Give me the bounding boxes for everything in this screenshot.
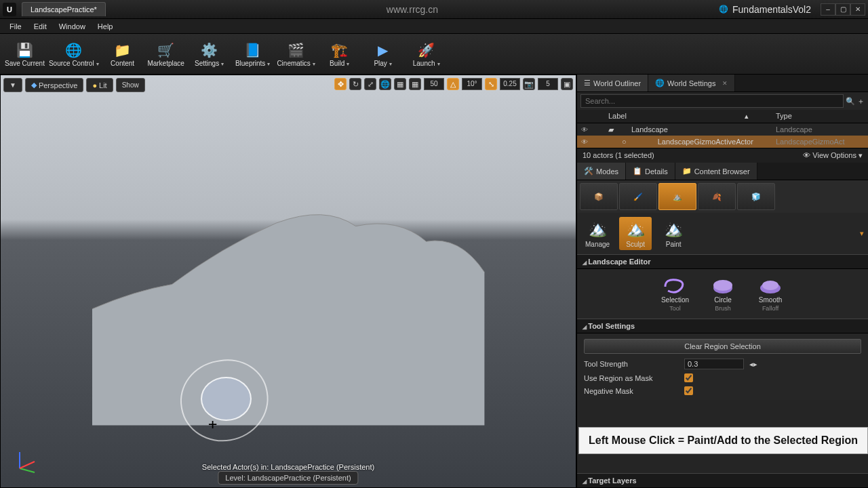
settings-button[interactable]: ⚙️Settings bbox=[189, 36, 230, 73]
mode-landscape[interactable]: ⛰️ bbox=[658, 183, 696, 210]
globe-icon: 🌐 bbox=[719, 5, 728, 14]
negative-mask-checkbox[interactable] bbox=[684, 386, 693, 395]
title-center-text: www.rrcg.cn bbox=[106, 4, 719, 15]
subtab-sculpt[interactable]: 🏔️Sculpt bbox=[619, 217, 652, 250]
content-button[interactable]: 📁Content bbox=[102, 36, 143, 73]
search-icon[interactable]: 🔍 bbox=[846, 97, 855, 106]
grid-snap-icon[interactable]: ▦ bbox=[409, 78, 421, 90]
mode-place[interactable]: 📦 bbox=[580, 183, 618, 210]
menu-help[interactable]: Help bbox=[92, 20, 119, 33]
chevron-down-icon[interactable]: ▾ bbox=[860, 229, 864, 238]
scale-snap-icon[interactable]: ⤡ bbox=[485, 78, 497, 90]
menu-window[interactable]: Window bbox=[54, 20, 91, 33]
outliner-search-input[interactable] bbox=[580, 94, 844, 108]
brush-circle[interactable]: CircleBrush bbox=[709, 276, 736, 312]
source-control-icon: 🌐 bbox=[64, 41, 83, 60]
editor-mode-row: 📦 🖌️ ⛰️ 🍂 🧊 bbox=[577, 180, 868, 213]
smooth-falloff-icon bbox=[757, 276, 784, 295]
build-button[interactable]: 🏗️Build bbox=[319, 36, 360, 73]
play-button[interactable]: ▶Play bbox=[363, 36, 403, 73]
mode-foliage[interactable]: 🍂 bbox=[698, 183, 736, 210]
col-label[interactable]: Label bbox=[608, 112, 745, 121]
clear-region-button[interactable]: Clear Region Selection bbox=[584, 339, 861, 354]
outliner-row-gizmo[interactable]: 👁 ○ LandscapeGizmoActiveActor LandscapeG… bbox=[577, 136, 868, 148]
selection-tool-icon bbox=[661, 276, 688, 295]
viewport-maximize-icon[interactable]: ▣ bbox=[561, 78, 573, 90]
viewport-mode-dropdown[interactable]: ▼ bbox=[3, 78, 22, 92]
marketplace-icon: 🛒 bbox=[157, 41, 176, 60]
angle-snap-icon[interactable]: △ bbox=[447, 78, 459, 90]
tab-content-browser[interactable]: 📁Content Browser bbox=[675, 163, 757, 180]
show-dropdown[interactable]: Show bbox=[116, 78, 145, 92]
add-filter-icon[interactable]: ＋ bbox=[857, 96, 865, 106]
coord-space-icon[interactable]: 🌐 bbox=[379, 78, 391, 90]
cinematics-button[interactable]: 🎬Cinematics bbox=[276, 36, 317, 73]
view-options-dropdown[interactable]: 👁 View Options ▾ bbox=[803, 151, 863, 160]
falloff-smooth[interactable]: SmoothFalloff bbox=[757, 276, 784, 312]
surface-snap-icon[interactable]: ▦ bbox=[394, 78, 406, 90]
col-type[interactable]: Type bbox=[776, 112, 864, 121]
subtab-manage[interactable]: 🏔️Manage bbox=[581, 217, 614, 250]
save-current-button[interactable]: 💾Save Current bbox=[4, 36, 45, 73]
viewport-toolbar-left: ▼ ◆ Perspective ● Lit Show bbox=[3, 78, 145, 92]
transform-scale-icon[interactable]: ⤢ bbox=[364, 78, 376, 90]
transform-move-icon[interactable]: ✥ bbox=[334, 78, 347, 90]
visibility-icon[interactable]: 👁 bbox=[581, 126, 591, 134]
angle-snap-value[interactable]: 10° bbox=[462, 78, 482, 90]
paint-icon: 🖌️ bbox=[633, 192, 643, 201]
eye-icon: 👁 bbox=[803, 151, 810, 159]
camera-speed-value[interactable]: 5 bbox=[538, 78, 558, 90]
transform-rotate-icon[interactable]: ↻ bbox=[349, 78, 361, 90]
blueprints-button[interactable]: 📘Blueprints bbox=[233, 36, 273, 73]
level-indicator[interactable]: Level: LandscapePractice (Persistent) bbox=[218, 471, 358, 485]
source-control-button[interactable]: 🌐Source Control bbox=[48, 36, 100, 73]
document-tab[interactable]: LandscapePractice* bbox=[22, 2, 106, 16]
paint-mode-icon: 🏔️ bbox=[661, 219, 686, 239]
launch-button[interactable]: 🚀Launch bbox=[406, 36, 447, 73]
tab-details[interactable]: 📋Details bbox=[626, 163, 675, 180]
section-tool-settings[interactable]: Tool Settings bbox=[577, 319, 868, 333]
manage-icon: 🏔️ bbox=[585, 219, 610, 239]
scale-snap-value[interactable]: 0.25 bbox=[500, 78, 520, 90]
lit-dropdown[interactable]: ● Lit bbox=[86, 78, 113, 92]
outliner-row-landscape[interactable]: 👁 ▰ Landscape Landscape bbox=[577, 123, 868, 136]
tab-world-settings[interactable]: 🌐World Settings✕ bbox=[648, 75, 735, 92]
minimize-button[interactable]: – bbox=[821, 3, 835, 16]
section-landscape-editor[interactable]: Landscape Editor bbox=[577, 254, 868, 269]
section-target-layers[interactable]: Target Layers bbox=[577, 473, 868, 488]
details-icon: 📋 bbox=[633, 167, 642, 176]
use-region-mask-checkbox[interactable] bbox=[684, 373, 693, 382]
mode-paint[interactable]: 🖌️ bbox=[619, 183, 657, 210]
tab-world-outliner[interactable]: ☰World Outliner bbox=[577, 75, 648, 92]
play-icon: ▶ bbox=[374, 41, 393, 60]
camera-speed-icon[interactable]: 📷 bbox=[523, 78, 535, 90]
settings-icon: ⚙️ bbox=[200, 41, 219, 60]
tool-selection[interactable]: SelectionTool bbox=[661, 276, 689, 312]
project-name: FundamentalsVol2 bbox=[732, 4, 811, 15]
visibility-icon[interactable]: 👁 bbox=[581, 138, 591, 146]
subtab-paint[interactable]: 🏔️Paint bbox=[657, 217, 690, 250]
selected-actor-text: Selected Actor(s) in: LandscapePractice … bbox=[202, 463, 374, 471]
svg-line-1 bbox=[20, 468, 35, 472]
tool-strength-input[interactable] bbox=[684, 359, 744, 369]
brush-inner-ring bbox=[201, 377, 252, 421]
blueprints-icon: 📘 bbox=[243, 41, 262, 60]
content-icon: 📁 bbox=[113, 41, 132, 60]
viewport-3d[interactable]: ▼ ◆ Perspective ● Lit Show ✥ ↻ ⤢ 🌐 ▦ ▦ 5… bbox=[0, 75, 576, 488]
spinner-icon[interactable]: ◂▸ bbox=[749, 360, 757, 369]
hint-overlay: Left Mouse Click = Paint/Add to the Sele… bbox=[578, 427, 868, 454]
maximize-button[interactable]: ▢ bbox=[835, 3, 850, 16]
menu-file[interactable]: File bbox=[4, 20, 27, 33]
perspective-dropdown[interactable]: ◆ Perspective bbox=[25, 78, 83, 92]
close-button[interactable]: ✕ bbox=[850, 3, 865, 16]
mode-geometry[interactable]: 🧊 bbox=[737, 183, 775, 210]
marketplace-button[interactable]: 🛒Marketplace bbox=[146, 36, 186, 73]
landscape-subtabs: 🏔️Manage 🏔️Sculpt 🏔️Paint ▾ bbox=[577, 213, 868, 254]
tab-modes[interactable]: 🛠️Modes bbox=[577, 163, 626, 180]
build-icon: 🏗️ bbox=[330, 41, 349, 60]
menu-edit[interactable]: Edit bbox=[28, 20, 52, 33]
outliner-tabs: ☰World Outliner 🌐World Settings✕ bbox=[577, 75, 868, 92]
grid-snap-value[interactable]: 50 bbox=[424, 78, 444, 90]
close-icon[interactable]: ✕ bbox=[722, 80, 728, 87]
outliner-header: Label ▴ Type bbox=[577, 110, 868, 123]
